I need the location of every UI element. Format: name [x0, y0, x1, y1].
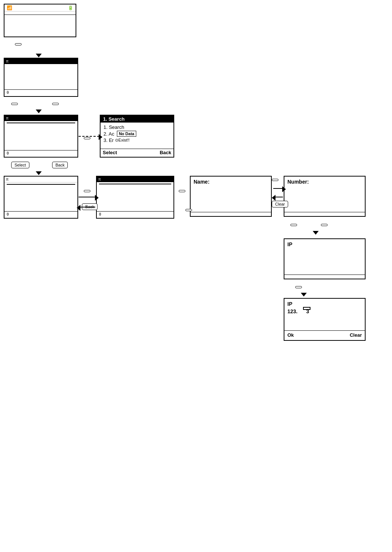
screen2b-item2[interactable]: 2. Ac No Data: [103, 130, 171, 137]
status-text: [4, 13, 76, 14]
arrow-s3-to-s3b: [79, 197, 96, 197]
ip2-clear-label[interactable]: Clear: [350, 332, 362, 338]
arrow-name-to-num: [273, 188, 283, 189]
screen2b-select: Select: [103, 150, 117, 155]
menu-item-sipsetting[interactable]: [7, 67, 75, 68]
arrow-back-from-s3b: [78, 207, 95, 207]
arrow-s1-to-s2: [36, 108, 42, 115]
select-btn-4[interactable]: [84, 187, 90, 194]
menu-button[interactable]: [15, 40, 22, 47]
search-submenu-screen: 1. Search 1. Search 2. Ac No Data 3. Er …: [100, 115, 174, 158]
nodata-tooltip: No Data: [117, 131, 136, 137]
back-btn-1[interactable]: [52, 100, 59, 107]
arrow-right-num: [282, 186, 286, 194]
names-list-screen: π θ: [4, 176, 78, 219]
ok-btn-ip[interactable]: [295, 283, 302, 290]
menu-group[interactable]: [99, 185, 171, 186]
screen2b-item3[interactable]: 3. Er ⊙Exist!!: [103, 137, 171, 143]
select-btn-1[interactable]: [11, 100, 18, 107]
ip-field-label: IP: [287, 241, 362, 247]
name-ken[interactable]: [7, 185, 75, 186]
select-btn-2[interactable]: [84, 134, 90, 141]
edit-number-screen: Number:: [284, 176, 366, 217]
edit-name-screen: Name:: [190, 176, 272, 217]
clear-btn-num[interactable]: [321, 221, 328, 228]
saved-overlay: [303, 307, 310, 310]
signal-icon: 📶: [7, 5, 12, 10]
phonebook-submenu-screen: π θ: [4, 115, 78, 158]
ip2-ok-label[interactable]: Ok: [287, 332, 294, 338]
arrow-left-back: [77, 205, 80, 212]
ok-btn-num[interactable]: [290, 221, 297, 228]
arrow-right-edit: [95, 195, 99, 202]
phone-status-screen: 📶 🔋: [4, 4, 76, 37]
arrow-ip-to-ip2: [301, 291, 307, 298]
edit-menu-screen: π θ: [96, 176, 174, 219]
screen2b-item1[interactable]: 1. Search: [103, 124, 171, 130]
battery-icon: 🔋: [68, 5, 73, 10]
arrow-num-to-ip: [313, 229, 319, 236]
dashed-arrow-search: [79, 136, 99, 137]
phonebook-menu-screen: π θ: [4, 58, 78, 97]
arrow-right-search: [99, 134, 102, 142]
screen2b-title: 1. Search: [103, 116, 125, 122]
edit-ip-screen: IP: [284, 238, 366, 279]
arrow-left-name: [272, 195, 275, 202]
clear-btn-name[interactable]: [185, 206, 192, 213]
ip2-field-value[interactable]: 123. 3: [287, 308, 362, 314]
select-btn-3[interactable]: Select: [11, 161, 29, 168]
screen2b-back: Back: [160, 150, 171, 155]
ip-saved-screen: IP 123. 3 Ok Clear: [284, 298, 366, 341]
ok-btn-name[interactable]: [272, 176, 278, 183]
back-btn-2[interactable]: Back: [52, 161, 68, 168]
ip2-field-label: IP: [287, 301, 362, 307]
menu-item-erase[interactable]: [7, 124, 75, 125]
name-field-label: Name:: [194, 179, 268, 185]
number-field-label: Number:: [287, 179, 362, 185]
select-btn-name[interactable]: [179, 187, 185, 194]
